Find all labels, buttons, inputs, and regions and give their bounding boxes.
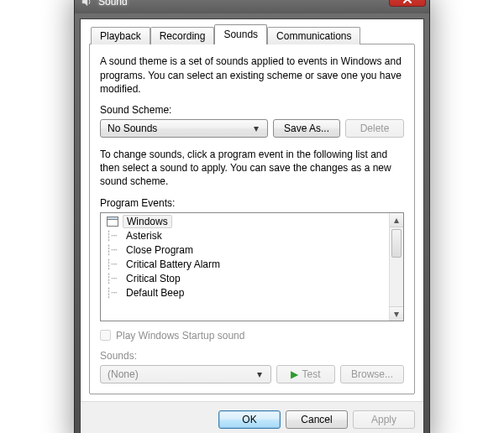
startup-sound-input xyxy=(100,330,111,341)
program-events-label: Program Events: xyxy=(100,197,404,209)
svg-rect-1 xyxy=(108,217,118,220)
tab-recording[interactable]: Recording xyxy=(150,27,215,44)
windows-category-icon xyxy=(106,216,119,227)
sounds-value: (None) xyxy=(108,368,252,380)
scroll-track[interactable] xyxy=(390,227,403,306)
tree-item[interactable]: ┊┄Default Beep xyxy=(106,286,389,300)
scheme-dropdown[interactable]: No Sounds ▾ xyxy=(100,119,268,138)
scheme-description: A sound theme is a set of sounds applied… xyxy=(100,55,404,96)
tab-communications[interactable]: Communications xyxy=(267,27,360,44)
window-title: Sound xyxy=(98,0,128,8)
tree-root-windows[interactable]: Windows xyxy=(106,215,389,229)
chevron-down-icon: ▾ xyxy=(249,123,264,134)
client-area: Playback Recording Sounds Communications… xyxy=(80,18,424,433)
scheme-label: Sound Scheme: xyxy=(100,104,404,116)
chevron-down-icon: ▾ xyxy=(252,368,267,380)
sound-dialog: Sound Playback Recording Sounds Communic… xyxy=(74,0,430,433)
delete-button: Delete xyxy=(345,119,404,138)
sounds-label: Sounds: xyxy=(100,350,404,362)
tab-playback[interactable]: Playback xyxy=(91,27,150,44)
tree-scrollbar[interactable]: ▴ ▾ xyxy=(389,213,403,321)
test-button: ▶Test xyxy=(276,365,335,383)
tab-page-sounds: A sound theme is a set of sounds applied… xyxy=(89,44,415,394)
sound-app-icon xyxy=(80,0,93,8)
scroll-thumb[interactable] xyxy=(391,229,402,258)
ok-button[interactable]: OK xyxy=(218,410,281,429)
tree-item[interactable]: ┊┄Critical Battery Alarm xyxy=(106,258,389,272)
cancel-button[interactable]: Cancel xyxy=(286,410,348,429)
browse-button: Browse... xyxy=(340,365,404,383)
dialog-footer: OK Cancel Apply xyxy=(81,401,423,433)
tab-sounds[interactable]: Sounds xyxy=(214,24,267,44)
tree-item[interactable]: ┊┄Close Program xyxy=(106,243,389,258)
tree-item[interactable]: ┊┄Critical Stop xyxy=(106,272,389,286)
close-icon xyxy=(402,0,412,3)
scheme-value: No Sounds xyxy=(108,123,249,134)
startup-sound-checkbox: Play Windows Startup sound xyxy=(100,330,404,342)
tree-item[interactable]: ┊┄Asterisk xyxy=(106,229,389,243)
scroll-down-icon[interactable]: ▾ xyxy=(390,306,403,321)
scroll-up-icon[interactable]: ▴ xyxy=(390,213,403,227)
program-events-tree[interactable]: Windows ┊┄Asterisk ┊┄Close Program ┊┄Cri… xyxy=(100,212,404,321)
play-icon: ▶ xyxy=(291,368,298,380)
sounds-dropdown: (None) ▾ xyxy=(100,365,271,383)
apply-button: Apply xyxy=(353,410,415,429)
save-as-button[interactable]: Save As... xyxy=(273,119,340,138)
tab-strip: Playback Recording Sounds Communications xyxy=(91,24,415,44)
close-button[interactable] xyxy=(389,0,426,7)
titlebar[interactable]: Sound xyxy=(75,0,429,13)
change-description: To change sounds, click a program event … xyxy=(100,148,404,189)
